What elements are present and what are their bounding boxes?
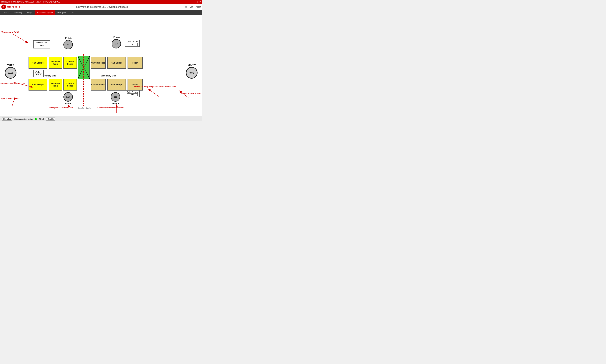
vdd-value: 37.55	[8, 72, 13, 74]
menu-file[interactable]: File	[184, 6, 187, 8]
iphb-bottom-right-value: 2.21	[114, 96, 117, 98]
svg-line-7	[12, 98, 15, 107]
svg-text:M: M	[3, 6, 4, 8]
hb-bottom-right: Half Bridge	[108, 79, 126, 91]
vout-circle: 9.01	[186, 67, 198, 79]
logo-icon: M	[1, 4, 6, 9]
temp-value: 45.9	[35, 44, 48, 47]
comm-status-dot	[35, 118, 37, 120]
tab-scope[interactable]: Scope	[25, 10, 35, 15]
wire-csr-hbr-bottom	[106, 85, 108, 85]
wire-vdd-top	[17, 63, 28, 63]
tab-monitoring[interactable]: Monitoring	[11, 10, 25, 15]
delay-bottom-box: Delay Time/ns 142	[125, 90, 140, 97]
tab-info[interactable]: Info	[69, 10, 76, 15]
wire-trans-csr-bottom	[90, 85, 91, 85]
titlebar-controls[interactable]: — □ ✕	[194, 1, 201, 3]
close-btn[interactable]: ✕	[199, 1, 201, 3]
ipha-top-left-container: IPHA/A 1.4	[63, 37, 73, 49]
wire-rt-cs-top	[62, 63, 64, 63]
vout-container: VOUT/V 9.01	[186, 64, 198, 79]
temp-label: Temperature/°C	[35, 42, 48, 44]
transformer	[78, 56, 90, 79]
arrow-primary-phase	[66, 104, 71, 114]
wire-filter-vout-top	[143, 63, 151, 63]
cs-top-left: Current Sense	[63, 57, 77, 69]
isolation-barrier-line	[83, 54, 84, 106]
disable-button[interactable]: Disable	[46, 117, 55, 120]
iphb-bottom-left-circle: 1.57	[63, 92, 73, 102]
titlebar: MICROCHIP POWER BOARD VISUALIZER (1.0.0.…	[0, 0, 202, 4]
wire-hbr-filter-bottom	[126, 85, 128, 85]
wire-trans-csr-top	[90, 63, 91, 63]
wire-filter-vout-bottom	[143, 85, 151, 85]
tab-status[interactable]: Status	[1, 10, 11, 15]
filter-bottom-right: Filter	[128, 79, 143, 91]
statusbar: Show log Communication status: COM7 Disa…	[0, 117, 202, 121]
wire-csr-hbr-top	[106, 63, 108, 63]
main-content: Temperature in °C Temperature/°C 45.9 VD…	[0, 15, 202, 121]
cs-top-right: Current Sense	[91, 57, 106, 69]
wire-cs-trans-top	[77, 63, 79, 63]
rt-top-left: Resonant Tank	[49, 57, 62, 69]
iphb-bottom-left-container: 1.57 IPHB/A	[63, 92, 73, 105]
minimize-btn[interactable]: —	[194, 1, 196, 3]
hb-top-right: Half Bridge	[108, 57, 126, 69]
fs-box: fs/kHz 876.8	[33, 70, 44, 77]
menubar: M Microchip Low Voltage Interleaved LLC …	[0, 4, 202, 10]
cs-bottom-right: Current Sense	[91, 79, 106, 91]
svg-line-6	[13, 82, 33, 87]
logo: M Microchip	[1, 4, 20, 9]
delay-top-box: Delay Time/ns 74	[125, 40, 140, 47]
isolation-label: Isolation Barrier	[78, 107, 91, 109]
svg-line-8	[180, 91, 189, 98]
vdd-label: VDD/V	[7, 64, 14, 66]
wire-vout-circle	[151, 74, 160, 74]
vout-value: 9.01	[189, 72, 194, 74]
secondary-side-label: Secondary Side	[101, 75, 116, 77]
ipha-top-right-container: IPHA/A 2.2	[112, 36, 121, 49]
maximize-btn[interactable]: □	[197, 1, 198, 3]
annotation-temperature: Temperature in °C	[1, 31, 19, 34]
delay-bottom-value: 142	[127, 93, 138, 96]
arrow-output-voltage	[179, 91, 190, 101]
annotation-switch-on-delay: Switch On delay of Synchronous Switches …	[134, 86, 176, 88]
arrow-switching-freq	[13, 82, 35, 91]
comm-status-label: Communication status:	[14, 118, 33, 120]
tab-userguide[interactable]: User guide	[55, 10, 69, 15]
vdd-circle: 37.55	[5, 67, 16, 79]
wire-rt-cs-bottom	[62, 85, 64, 85]
primary-side-label: Primary Side	[44, 75, 56, 77]
fs-label: fs/kHz	[35, 71, 42, 73]
annotation-secondary-phase: Secondary Phase currents in A	[97, 106, 124, 109]
wire-vdd-vert	[17, 63, 17, 85]
filter-top-right: Filter	[128, 57, 143, 69]
menu-about[interactable]: About	[196, 6, 201, 8]
menu-items[interactable]: File Edit About	[184, 6, 201, 8]
arrow-secondary-phase	[114, 104, 119, 114]
ipha-top-left-label: IPHA/A	[65, 37, 72, 39]
tab-schematic[interactable]: Schematic diagram	[35, 10, 55, 15]
ipha-top-left-circle: 1.4	[63, 40, 73, 49]
delay-bottom-label: Delay Time/ns	[127, 91, 138, 93]
arrow-switch-on-delay	[147, 89, 160, 97]
wire-hb-rt-top	[47, 63, 49, 63]
iphb-bottom-right-circle: 2.21	[111, 92, 120, 102]
ipha-top-left-value: 1.4	[67, 44, 69, 46]
svg-line-11	[148, 89, 159, 96]
fs-value: 876.8	[35, 73, 42, 76]
logo-text: Microchip	[7, 6, 20, 8]
delay-top-label: Delay Time/ns	[127, 41, 138, 43]
menu-edit[interactable]: Edit	[189, 6, 193, 8]
app-title: Low Voltage Interleaved LLC Development …	[20, 6, 183, 8]
wire-cs-trans-bottom	[77, 85, 79, 85]
wire-hb-rt-bottom	[47, 85, 49, 85]
delay-top-value: 74	[127, 43, 138, 46]
show-log-button[interactable]: Show log	[2, 117, 12, 120]
wire-hbr-filter-top	[126, 63, 128, 63]
ipha-top-right-circle: 2.2	[112, 39, 121, 49]
vout-label: VOUT/V	[188, 64, 196, 66]
titlebar-title: MICROCHIP POWER BOARD VISUALIZER (1.0.0.…	[1, 1, 60, 3]
ipha-top-right-value: 2.2	[115, 43, 118, 45]
iphb-bottom-right-container: 2.21 IPHB/A	[111, 92, 120, 105]
